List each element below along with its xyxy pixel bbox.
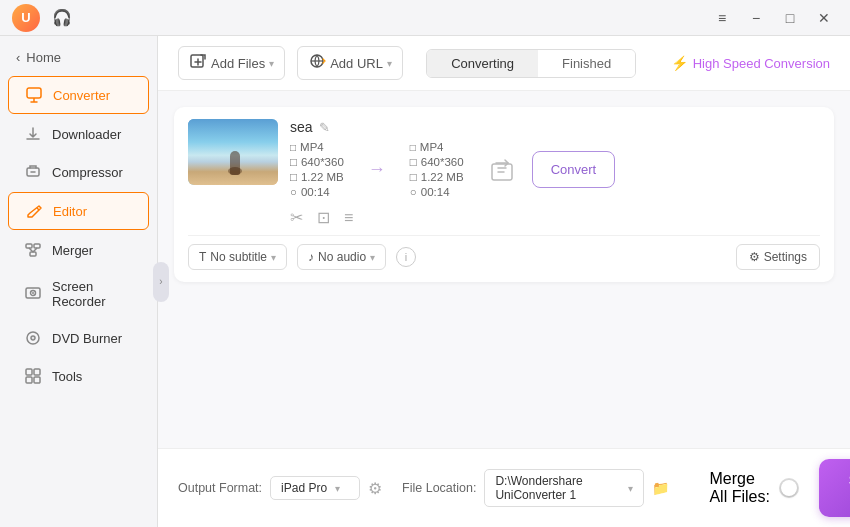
- home-label: Home: [26, 50, 61, 65]
- file-location-value: D:\Wondershare UniConverter 1: [495, 474, 620, 502]
- sidebar-collapse-button[interactable]: ›: [153, 262, 169, 302]
- merge-field: Merge All Files:: [709, 470, 798, 506]
- svg-rect-15: [191, 55, 203, 67]
- source-format-icon: □: [290, 142, 296, 153]
- sidebar-downloader-label: Downloader: [52, 127, 121, 142]
- share-section: [488, 156, 516, 184]
- audio-chevron: ▾: [370, 252, 375, 263]
- share-icon[interactable]: [488, 156, 516, 184]
- svg-rect-3: [34, 244, 40, 248]
- sidebar-item-editor[interactable]: Editor: [8, 192, 149, 230]
- file-item: sea ✎ □ MP4 □: [174, 107, 834, 282]
- target-duration-icon: ○: [410, 186, 417, 198]
- target-duration-item: ○ 00:14: [410, 186, 464, 198]
- editor-icon: [25, 202, 43, 220]
- content-area: Add Files ▾ Add URL ▾: [158, 36, 850, 527]
- audio-dropdown[interactable]: ♪ No audio ▾: [297, 244, 386, 270]
- settings-icon: ⚙: [749, 250, 760, 264]
- merge-label: Merge All Files:: [709, 470, 770, 506]
- high-speed-button[interactable]: ⚡ High Speed Conversion: [671, 55, 830, 71]
- start-all-button[interactable]: Start All: [819, 459, 850, 517]
- minimize-button[interactable]: −: [742, 4, 770, 32]
- sidebar-screen-recorder-label: Screen Recorder: [52, 279, 133, 309]
- file-name-row: sea ✎: [290, 119, 820, 135]
- subtitle-audio-row: T No subtitle ▾ ♪ No audio ▾ i ⚙ Setting…: [188, 235, 820, 270]
- convert-arrow-icon: →: [368, 159, 386, 180]
- svg-rect-12: [34, 369, 40, 375]
- file-actions-row: ✂ ⊡ ≡: [290, 208, 820, 227]
- target-format-item: □ MP4: [410, 141, 464, 153]
- finished-tab[interactable]: Finished: [538, 50, 635, 77]
- file-target-section: □ MP4 □ 640*360 □ 1.22 MB: [410, 141, 464, 198]
- sidebar-compressor-label: Compressor: [52, 165, 123, 180]
- title-bar: U 🎧 ≡ − □ ✕: [0, 0, 850, 36]
- output-format-label: Output Format:: [178, 481, 262, 495]
- sidebar-item-compressor[interactable]: Compressor: [8, 154, 149, 190]
- merger-icon: [24, 241, 42, 259]
- file-location-select[interactable]: D:\Wondershare UniConverter 1 ▾: [484, 469, 644, 507]
- svg-point-7: [32, 292, 34, 294]
- sidebar-item-tools[interactable]: Tools: [8, 358, 149, 394]
- audio-label: No audio: [318, 250, 366, 264]
- effects-icon[interactable]: ≡: [344, 209, 353, 227]
- svg-rect-13: [26, 377, 32, 383]
- source-duration-item: ○ 00:14: [290, 186, 344, 198]
- source-format: MP4: [300, 141, 324, 153]
- top-toolbar: Add Files ▾ Add URL ▾: [158, 36, 850, 91]
- convert-button[interactable]: Convert: [532, 151, 616, 188]
- subtitle-dropdown[interactable]: T No subtitle ▾: [188, 244, 287, 270]
- downloader-icon: [24, 125, 42, 143]
- maximize-button[interactable]: □: [776, 4, 804, 32]
- dvd-burner-icon: [24, 329, 42, 347]
- back-home-button[interactable]: ‹ Home: [0, 44, 157, 71]
- menu-icon[interactable]: ≡: [708, 4, 736, 32]
- svg-rect-14: [34, 377, 40, 383]
- cut-icon[interactable]: ✂: [290, 208, 303, 227]
- merge-toggle[interactable]: [779, 478, 799, 498]
- close-button[interactable]: ✕: [810, 4, 838, 32]
- source-resolution-item: □ 640*360: [290, 156, 344, 168]
- headset-icon[interactable]: 🎧: [48, 4, 76, 32]
- settings-button[interactable]: ⚙ Settings: [736, 244, 820, 270]
- add-files-label: Add Files: [211, 56, 265, 71]
- main-layout: ‹ Home Converter Downloader: [0, 36, 850, 527]
- subtitle-label: No subtitle: [210, 250, 267, 264]
- converting-tab[interactable]: Converting: [427, 50, 538, 77]
- target-format-icon: □: [410, 142, 416, 153]
- svg-rect-4: [30, 252, 36, 256]
- crop-icon[interactable]: ⊡: [317, 208, 330, 227]
- sidebar-item-downloader[interactable]: Downloader: [8, 116, 149, 152]
- add-url-button[interactable]: Add URL ▾: [297, 46, 403, 80]
- file-thumbnail: [188, 119, 278, 185]
- sidebar-item-converter[interactable]: Converter: [8, 76, 149, 114]
- file-location-label: File Location:: [402, 481, 476, 495]
- folder-browse-icon[interactable]: 📁: [652, 480, 669, 496]
- user-avatar[interactable]: U: [12, 4, 40, 32]
- add-files-chevron: ▾: [269, 58, 274, 69]
- target-size-icon: □: [410, 171, 417, 183]
- converting-tabs: Converting Finished: [426, 49, 636, 78]
- file-edit-icon[interactable]: ✎: [319, 120, 330, 135]
- target-duration: 00:14: [421, 186, 450, 198]
- svg-rect-2: [26, 244, 32, 248]
- sidebar: ‹ Home Converter Downloader: [0, 36, 158, 527]
- info-button[interactable]: i: [396, 247, 416, 267]
- file-source-section: □ MP4 □ 640*360 □ 1.22 MB: [290, 141, 344, 198]
- add-url-chevron: ▾: [387, 58, 392, 69]
- output-format-select[interactable]: iPad Pro ▾: [270, 476, 360, 500]
- target-resolution-item: □ 640*360: [410, 156, 464, 168]
- sidebar-item-screen-recorder[interactable]: Screen Recorder: [8, 270, 149, 318]
- file-meta-row: □ MP4 □ 640*360 □ 1.22 MB: [290, 141, 820, 198]
- svg-rect-0: [27, 88, 41, 98]
- sidebar-item-merger[interactable]: Merger: [8, 232, 149, 268]
- svg-point-10: [33, 338, 34, 339]
- svg-rect-11: [26, 369, 32, 375]
- output-format-settings-icon[interactable]: ⚙: [368, 479, 382, 498]
- add-files-button[interactable]: Add Files ▾: [178, 46, 285, 80]
- sidebar-item-dvd-burner[interactable]: DVD Burner: [8, 320, 149, 356]
- screen-recorder-icon: [24, 285, 42, 303]
- source-resolution-icon: □: [290, 156, 297, 168]
- compressor-icon: [24, 163, 42, 181]
- output-format-value: iPad Pro: [281, 481, 327, 495]
- converter-icon: [25, 86, 43, 104]
